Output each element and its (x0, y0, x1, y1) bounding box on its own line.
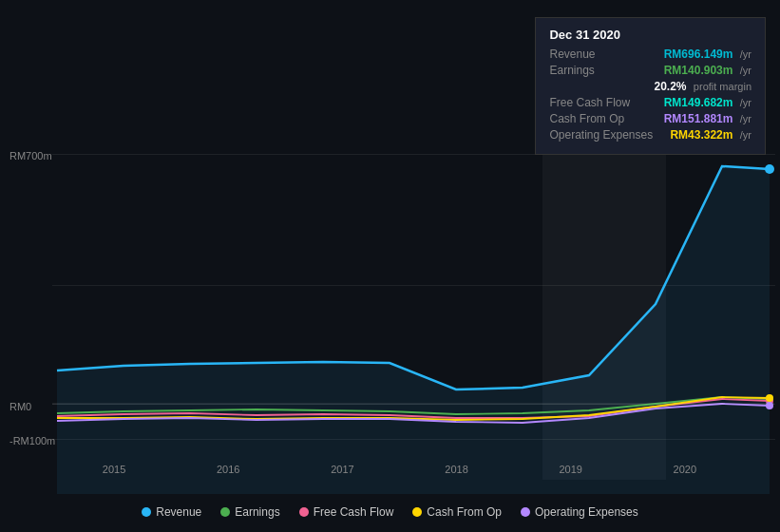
data-tooltip: Dec 31 2020 Revenue RM696.149m /yr Earni… (535, 17, 766, 155)
x-label-2015: 2015 (103, 464, 125, 475)
tooltip-value-revenue: RM696.149m (664, 48, 733, 61)
tooltip-label-fcf: Free Cash Flow (549, 96, 654, 109)
tooltip-row-margin: 20.2% profit margin (549, 80, 751, 93)
tooltip-unit-earnings: /yr (740, 65, 751, 76)
tooltip-label-opex: Operating Expenses (549, 128, 654, 142)
tooltip-unit-fcf: /yr (740, 97, 751, 108)
legend-dot-earnings (220, 507, 230, 517)
y-axis-700: RM700m (10, 150, 52, 162)
x-label-2020: 2020 (674, 464, 696, 475)
legend-item-opex[interactable]: Operating Expenses (521, 505, 638, 519)
legend-label-fcf: Free Cash Flow (314, 505, 394, 519)
tooltip-title: Dec 31 2020 (549, 28, 751, 42)
chart-container: RM700m RM0 -RM100m 2015 2016 2017 2018 2… (0, 0, 780, 532)
tooltip-label-cashfromop: Cash From Op (549, 112, 654, 125)
svg-marker-0 (57, 166, 770, 494)
legend-label-revenue: Revenue (156, 505, 201, 519)
x-label-2018: 2018 (445, 464, 467, 475)
legend-label-earnings: Earnings (235, 505, 279, 519)
tooltip-unit-cashfromop: /yr (740, 113, 751, 124)
tooltip-value-margin: 20.2% (654, 80, 686, 93)
legend-item-revenue[interactable]: Revenue (142, 505, 201, 519)
tooltip-value-cashfromop: RM151.881m (664, 112, 733, 125)
tooltip-unit-revenue: /yr (740, 48, 751, 60)
tooltip-unit-opex: /yr (740, 129, 751, 141)
tooltip-label-earnings: Earnings (549, 64, 654, 77)
tooltip-row-opex: Operating Expenses RM43.322m /yr (549, 128, 751, 142)
x-label-2017: 2017 (331, 464, 353, 475)
tooltip-row-earnings: Earnings RM140.903m /yr (549, 64, 751, 77)
tooltip-row-revenue: Revenue RM696.149m /yr (549, 48, 751, 61)
y-axis-0: RM0 (10, 401, 31, 412)
legend-dot-opex (521, 507, 530, 517)
y-axis-neg100: -RM100m (10, 435, 55, 446)
legend-item-cashfromop[interactable]: Cash From Op (412, 505, 502, 519)
tooltip-unit-margin: profit margin (694, 81, 751, 92)
svg-point-5 (766, 394, 773, 402)
x-label-2016: 2016 (217, 464, 239, 475)
legend-dot-fcf (299, 507, 309, 517)
legend-label-opex: Operating Expenses (535, 505, 638, 519)
x-label-2019: 2019 (559, 464, 581, 475)
legend-item-fcf[interactable]: Free Cash Flow (299, 505, 394, 519)
tooltip-value-earnings: RM140.903m (664, 64, 733, 77)
tooltip-row-cashfromop: Cash From Op RM151.881m /yr (549, 112, 751, 125)
legend-label-cashfromop: Cash From Op (427, 505, 502, 519)
tooltip-value-fcf: RM149.682m (664, 96, 733, 109)
legend-dot-cashfromop (412, 507, 422, 517)
tooltip-value-opex: RM43.322m (670, 128, 732, 142)
tooltip-label-revenue: Revenue (549, 48, 654, 61)
svg-point-6 (766, 402, 773, 409)
legend-dot-revenue (142, 507, 151, 517)
legend-item-earnings[interactable]: Earnings (220, 505, 279, 519)
chart-legend: Revenue Earnings Free Cash Flow Cash Fro… (0, 505, 780, 519)
tooltip-row-fcf: Free Cash Flow RM149.682m /yr (549, 96, 751, 109)
x-axis: 2015 2016 2017 2018 2019 2020 (0, 464, 780, 475)
svg-point-2 (765, 164, 774, 174)
